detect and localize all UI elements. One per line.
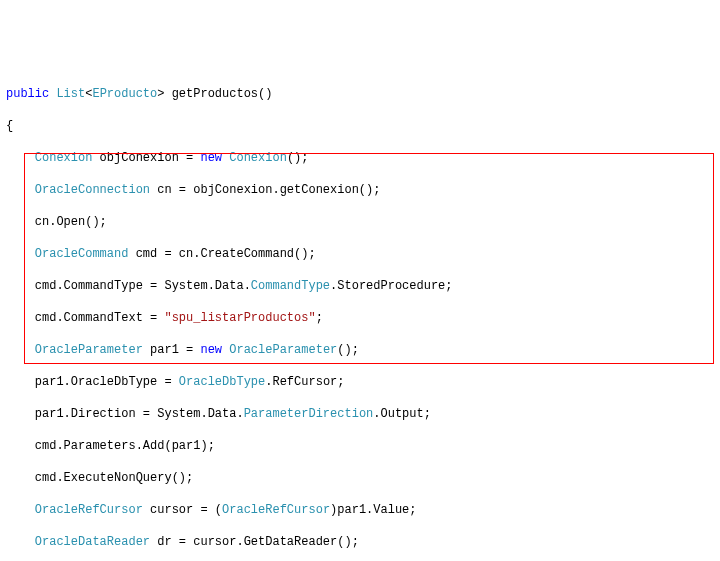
code-line: OracleConnection cn = objConexion.getCon… [6, 182, 714, 198]
type: EProducto [92, 87, 157, 101]
string: "spu_listarProductos" [164, 311, 315, 325]
code-line: cmd.CommandText = "spu_listarProductos"; [6, 310, 714, 326]
code-line: cmd.Parameters.Add(par1); [6, 438, 714, 454]
type: OracleParameter [229, 343, 337, 357]
type: OracleDataReader [35, 535, 150, 549]
code-line: public List<EProducto> getProductos() [6, 86, 714, 102]
type: OracleRefCursor [222, 503, 330, 517]
type: List [56, 87, 85, 101]
keyword: new [200, 343, 222, 357]
type: Conexion [229, 151, 287, 165]
keyword: new [200, 151, 222, 165]
code-block: public List<EProducto> getProductos() { … [6, 70, 714, 561]
text: > getProductos() [157, 87, 272, 101]
code-line: par1.OracleDbType = OracleDbType.RefCurs… [6, 374, 714, 390]
code-line: Conexion objConexion = new Conexion(); [6, 150, 714, 166]
code-line: cn.Open(); [6, 214, 714, 230]
code-line: OracleRefCursor cursor = (OracleRefCurso… [6, 502, 714, 518]
code-line: OracleCommand cmd = cn.CreateCommand(); [6, 246, 714, 262]
type: Conexion [35, 151, 93, 165]
keyword: public [6, 87, 49, 101]
type: OracleParameter [35, 343, 143, 357]
code-line: cmd.CommandType = System.Data.CommandTyp… [6, 278, 714, 294]
type: OracleCommand [35, 247, 129, 261]
type: OracleDbType [179, 375, 265, 389]
type: OracleConnection [35, 183, 150, 197]
code-line: par1.Direction = System.Data.ParameterDi… [6, 406, 714, 422]
type: CommandType [251, 279, 330, 293]
code-line: { [6, 118, 714, 134]
code-line: cmd.ExecuteNonQuery(); [6, 470, 714, 486]
code-line: OracleDataReader dr = cursor.GetDataRead… [6, 534, 714, 550]
code-line: OracleParameter par1 = new OracleParamet… [6, 342, 714, 358]
type: OracleRefCursor [35, 503, 143, 517]
type: ParameterDirection [244, 407, 374, 421]
